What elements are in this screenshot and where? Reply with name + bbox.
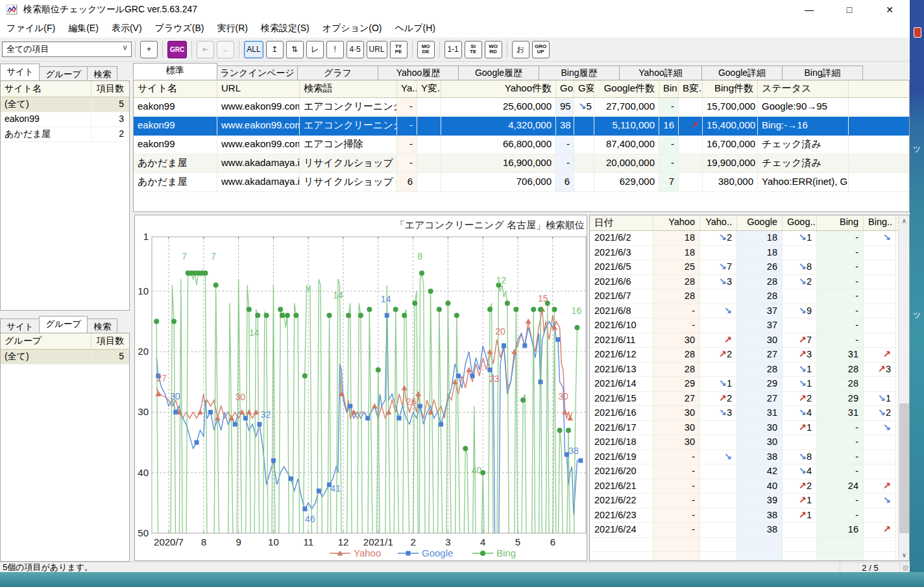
site-panel-tab-2[interactable]: グループ [39, 66, 88, 80]
menu-item-2[interactable]: 編集(E) [62, 19, 105, 38]
column-header[interactable]: Bing.. [864, 215, 896, 230]
column-header[interactable]: Bin.. [659, 80, 679, 97]
scrollbar-thumb[interactable] [899, 403, 909, 533]
column-header[interactable]: G変.. [574, 80, 594, 97]
menu-item-4[interactable]: ブラウズ(B) [149, 19, 211, 38]
o-kana-button[interactable]: お [512, 41, 529, 58]
tab-Bing詳細[interactable]: Bing詳細 [782, 66, 863, 80]
rank-45-button[interactable]: 4·5 [346, 41, 364, 58]
history-row[interactable]: 2021/6/21-40↗224↗ [590, 479, 898, 494]
history-row[interactable]: 2021/6/72828- [590, 289, 898, 304]
history-row[interactable]: 2021/6/23-38↗1- [590, 509, 898, 523]
tab-Google履歴[interactable]: Google履歴 [458, 66, 539, 80]
column-header[interactable]: Ya.. [397, 80, 417, 97]
history-row[interactable]: 2021/6/1527↗227↗229↘1 [590, 392, 898, 407]
history-row[interactable]: 2021/6/19-↘38↘8- [590, 450, 898, 465]
group-panel-tab-2[interactable]: グループ [39, 316, 88, 333]
minimize-button[interactable]: — [789, 0, 829, 19]
menu-item-6[interactable]: 検索設定(S) [254, 19, 316, 38]
history-row[interactable]: 2021/6/31818- [590, 246, 898, 261]
history-row[interactable] [590, 538, 898, 553]
column-header[interactable]: Goog.. [783, 215, 817, 230]
history-row[interactable]: 2021/6/1228↗227↗331↗ [590, 348, 898, 363]
column-header[interactable]: 日付 [590, 215, 653, 230]
history-row[interactable]: 2021/6/10-37- [590, 318, 898, 333]
column-header[interactable]: ステータス [758, 80, 849, 97]
list-item[interactable]: (全て)5 [1, 350, 129, 365]
keyword-row[interactable]: あかだま屋www.akadamaya.inリサイクルショップ 長久手6706,0… [134, 173, 909, 192]
column-header[interactable]: Yahoo件数 [441, 80, 556, 97]
scroll-down-icon[interactable]: ∨ [899, 549, 910, 560]
history-row[interactable]: 2021/6/132828↘128↗3 [590, 363, 898, 377]
close-button[interactable]: ✕ [869, 0, 910, 19]
mode-button[interactable]: MO DE [417, 41, 435, 58]
column-header[interactable]: B変.. [679, 80, 703, 97]
column-header[interactable]: Google件数 [594, 80, 659, 97]
group-panel-tab-1[interactable]: サイト [0, 318, 40, 333]
updown-button[interactable]: ⇅ [286, 41, 304, 58]
column-header[interactable]: 検索語 [300, 80, 397, 97]
maximize-button[interactable]: □ [829, 0, 869, 19]
tab-Yahoo履歴[interactable]: Yahoo履歴 [378, 66, 459, 80]
history-row[interactable]: 2021/6/1130↗30↗7- [590, 333, 898, 348]
site-panel-tab-3[interactable]: 検索 [87, 66, 117, 80]
menu-item-1[interactable]: ファイル(F) [0, 19, 62, 38]
history-row[interactable]: 2021/6/525↘726↘8- [590, 260, 898, 275]
history-row[interactable]: 2021/6/173030↗1-↘ [590, 421, 898, 436]
tab-Bing履歴[interactable]: Bing履歴 [539, 66, 620, 80]
scroll-up-icon[interactable]: ∧ [899, 215, 910, 226]
column-header[interactable]: Yaho.. [700, 215, 737, 230]
history-row[interactable]: 2021/6/8-↘37↘9- [590, 304, 898, 319]
history-row[interactable]: 2021/6/1630↘331↘431↘2 [590, 406, 898, 421]
menu-item-3[interactable]: 表示(V) [105, 19, 149, 38]
url-button[interactable]: URL [367, 41, 387, 58]
group-button[interactable]: GRO UP [532, 41, 550, 58]
tab-標準[interactable]: 標準 [133, 63, 217, 80]
menu-item-7[interactable]: オプション(O) [316, 19, 389, 38]
history-row[interactable]: 2021/6/183030- [590, 435, 898, 450]
column-header[interactable]: Google [737, 215, 783, 230]
list-item[interactable]: eakon993 [1, 112, 129, 127]
history-row[interactable]: 2021/6/1429↘129↘128 [590, 377, 898, 392]
column-header[interactable]: Yahoo [653, 215, 700, 230]
history-row[interactable]: 2021/6/24-3816↗ [590, 523, 898, 538]
keyword-row[interactable]: eakon99www.eakon99.comエアコンクリーニング-25,600,… [134, 98, 909, 117]
list-item[interactable]: (全て)5 [1, 97, 129, 112]
tab-グラフ[interactable]: グラフ [297, 66, 378, 80]
history-row[interactable]: 2021/6/628↘328↘2- [590, 275, 898, 290]
keyword-row[interactable]: eakon99www.eakon99.comエアコンクリーニング 名古屋-4,3… [134, 117, 909, 136]
alert-button[interactable]: ! [326, 41, 344, 58]
column-header[interactable]: URL [217, 80, 300, 97]
word-button[interactable]: WO RD [485, 41, 502, 58]
history-row[interactable]: 2021/6/20-42↘4- [590, 464, 898, 479]
history-scrollbar[interactable]: ∧ ∨ [898, 215, 909, 560]
group-panel-tab-3[interactable]: 検索 [87, 318, 117, 333]
resize-grip[interactable] [901, 562, 910, 572]
one-one-button[interactable]: 1-1 [444, 41, 462, 58]
column-header[interactable]: Go.. [556, 80, 574, 97]
history-row[interactable]: 2021/6/218↘218↘1-↘ [590, 231, 898, 246]
list-item[interactable]: あかだま屋2 [1, 127, 129, 142]
column-header[interactable]: Bing件数 [703, 80, 758, 97]
column-header[interactable]: Y変.. [417, 80, 441, 97]
tab-Yahoo詳細[interactable]: Yahoo詳細 [619, 66, 702, 80]
top-button[interactable]: ↥ [266, 41, 284, 58]
grc-button[interactable]: GRC [167, 41, 187, 58]
check-button[interactable]: レ [306, 41, 324, 58]
all-button[interactable]: ALL [244, 41, 263, 58]
tab-ランクインページ[interactable]: ランクインページ [217, 66, 298, 80]
site-panel-tab-1[interactable]: サイト [0, 64, 40, 80]
keyword-row[interactable]: あかだま屋www.akadamaya.inリサイクルショップ 名古屋-16,90… [134, 154, 909, 173]
history-row[interactable] [590, 552, 898, 561]
tab-Google詳細[interactable]: Google詳細 [701, 66, 783, 80]
site-button[interactable]: SI TE [465, 41, 482, 58]
column-header[interactable]: Bing [817, 215, 864, 230]
keyword-row[interactable]: eakon99www.eakon99.comエアコン掃除-66,800,000-… [134, 136, 909, 154]
menu-item-8[interactable]: ヘルプ(H) [389, 19, 442, 38]
menu-item-5[interactable]: 実行(R) [211, 19, 254, 38]
type-button[interactable]: TY PE [390, 41, 407, 58]
add-item-button[interactable]: + [140, 41, 158, 58]
column-header[interactable]: サイト名 [134, 80, 217, 97]
item-filter-select[interactable]: 全ての項目 ∨ [2, 42, 132, 57]
history-row[interactable]: 2021/6/22-39↗1-↘ [590, 494, 898, 509]
